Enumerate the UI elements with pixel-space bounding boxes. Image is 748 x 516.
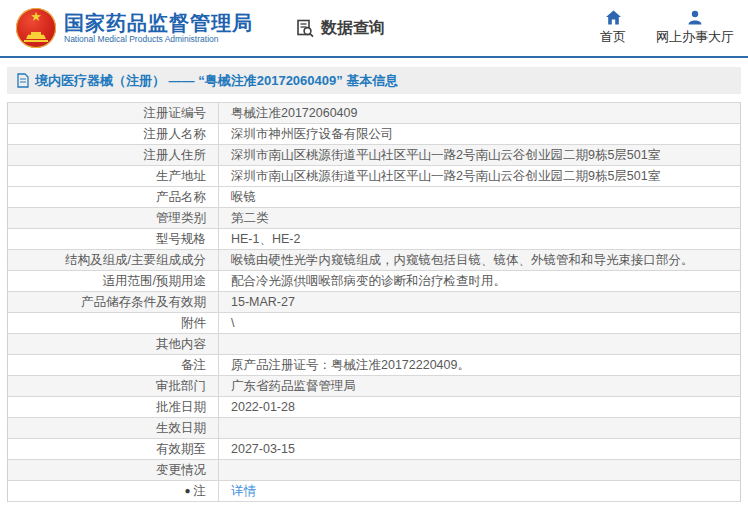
row-value: 深圳市南山区桃源街道平山社区平山一路2号南山云谷创业园二期9栋5层501室: [219, 166, 741, 187]
row-label: 注册证编号: [8, 103, 219, 124]
nav-home[interactable]: 首页: [600, 10, 626, 46]
table-row: 注册人住所深圳市南山区桃源街道平山社区平山一路2号南山云谷创业园二期9栋5层50…: [8, 145, 741, 166]
document-magnifier-icon: [295, 18, 316, 39]
table-row: 有效期至2027-03-15: [8, 439, 741, 460]
table-row: 注册证编号粤械注准20172060409: [8, 103, 741, 124]
page-title-bar: 境内医疗器械（注册） —— “粤械注准20172060409” 基本信息: [7, 67, 741, 94]
org-name-cn: 国家药品监督管理局: [64, 12, 253, 34]
table-row: 其他内容: [8, 334, 741, 355]
row-label: 备注: [8, 355, 219, 376]
row-value: 配合冷光源供咽喉部病变的诊断和治疗检查时用。: [219, 271, 741, 292]
table-row: 生产地址深圳市南山区桃源街道平山社区平山一路2号南山云谷创业园二期9栋5层501…: [8, 166, 741, 187]
table-row: ●注详情: [8, 481, 741, 502]
table-row: 变更情况: [8, 460, 741, 481]
user-icon: [687, 10, 703, 25]
row-label: 适用范围/预期用途: [8, 271, 219, 292]
row-value: 深圳市南山区桃源街道平山社区平山一路2号南山云谷创业园二期9栋5层501室: [219, 145, 741, 166]
header-nav: 首页 网上办事大厅: [600, 10, 734, 46]
table-row: 结构及组成/主要组成成分喉镜由硬性光学内窥镜组成，内窥镜包括目镜、镜体、外镜管和…: [8, 250, 741, 271]
note-icon: ●: [184, 485, 190, 496]
row-value: 喉镜由硬性光学内窥镜组成，内窥镜包括目镜、镜体、外镜管和和导光束接口部分。: [219, 250, 741, 271]
row-value: 详情: [219, 481, 741, 502]
table-row: 附件\: [8, 313, 741, 334]
row-value: [219, 460, 741, 481]
row-value: 15-MAR-27: [219, 292, 741, 313]
table-row: 型号规格HE-1、HE-2: [8, 229, 741, 250]
table-row: 注册人名称深圳市神州医疗设备有限公司: [8, 124, 741, 145]
row-label: 变更情况: [8, 460, 219, 481]
page: ★ 国家药品监督管理局 National Medical Products Ad…: [0, 0, 748, 516]
row-label: 注册人住所: [8, 145, 219, 166]
row-label: 附件: [8, 313, 219, 334]
row-value: 深圳市神州医疗设备有限公司: [219, 124, 741, 145]
detail-link[interactable]: 详情: [231, 484, 256, 498]
registration-info-table: 注册证编号粤械注准20172060409注册人名称深圳市神州医疗设备有限公司注册…: [7, 102, 741, 502]
nav-home-label: 首页: [600, 28, 626, 46]
row-value: 喉镜: [219, 187, 741, 208]
page-title: 境内医疗器械（注册） —— “粤械注准20172060409” 基本信息: [35, 72, 398, 90]
data-query-label: 数据查询: [321, 18, 385, 39]
nav-service-hall-label: 网上办事大厅: [656, 28, 734, 46]
data-query-button[interactable]: 数据查询: [295, 18, 385, 39]
org-name-en: National Medical Products Administration: [64, 34, 253, 45]
nav-service-hall[interactable]: 网上办事大厅: [656, 10, 734, 46]
table-row: 生效日期: [8, 418, 741, 439]
table-row: 备注原产品注册证号：粤械注准20172220409。: [8, 355, 741, 376]
row-label: 审批部门: [8, 376, 219, 397]
row-label: 其他内容: [8, 334, 219, 355]
row-label: 有效期至: [8, 439, 219, 460]
row-value: 原产品注册证号：粤械注准20172220409。: [219, 355, 741, 376]
site-header: ★ 国家药品监督管理局 National Medical Products Ad…: [0, 0, 748, 58]
national-emblem-logo: ★: [16, 8, 56, 48]
row-label: 批准日期: [8, 397, 219, 418]
row-label: 生效日期: [8, 418, 219, 439]
org-title-block: 国家药品监督管理局 National Medical Products Admi…: [64, 12, 253, 45]
emblem-base: [24, 40, 48, 42]
row-value: HE-1、HE-2: [219, 229, 741, 250]
home-icon: [605, 10, 622, 25]
table-row: 适用范围/预期用途配合冷光源供咽喉部病变的诊断和治疗检查时用。: [8, 271, 741, 292]
row-label: 产品储存条件及有效期: [8, 292, 219, 313]
row-label: 注册人名称: [8, 124, 219, 145]
row-label: ●注: [8, 481, 219, 502]
emblem-star-icon: ★: [16, 10, 56, 23]
row-value: [219, 334, 741, 355]
row-label: 结构及组成/主要组成成分: [8, 250, 219, 271]
row-value: 第二类: [219, 208, 741, 229]
row-value: 广东省药品监督管理局: [219, 376, 741, 397]
row-value: 2022-01-28: [219, 397, 741, 418]
row-value: \: [219, 313, 741, 334]
table-row: 批准日期2022-01-28: [8, 397, 741, 418]
row-label: 产品名称: [8, 187, 219, 208]
table-row: 审批部门广东省药品监督管理局: [8, 376, 741, 397]
table-row: 管理类别第二类: [8, 208, 741, 229]
nmpa-logo-group: ★ 国家药品监督管理局 National Medical Products Ad…: [16, 8, 253, 48]
table-row: 产品名称喉镜: [8, 187, 741, 208]
row-label: 管理类别: [8, 208, 219, 229]
row-label: 型号规格: [8, 229, 219, 250]
row-value: 2027-03-15: [219, 439, 741, 460]
row-value: 粤械注准20172060409: [219, 103, 741, 124]
row-value: [219, 418, 741, 439]
table-row: 产品储存条件及有效期15-MAR-27: [8, 292, 741, 313]
document-icon: [17, 73, 29, 88]
row-label: 生产地址: [8, 166, 219, 187]
emblem-gate-icon: [26, 32, 46, 39]
